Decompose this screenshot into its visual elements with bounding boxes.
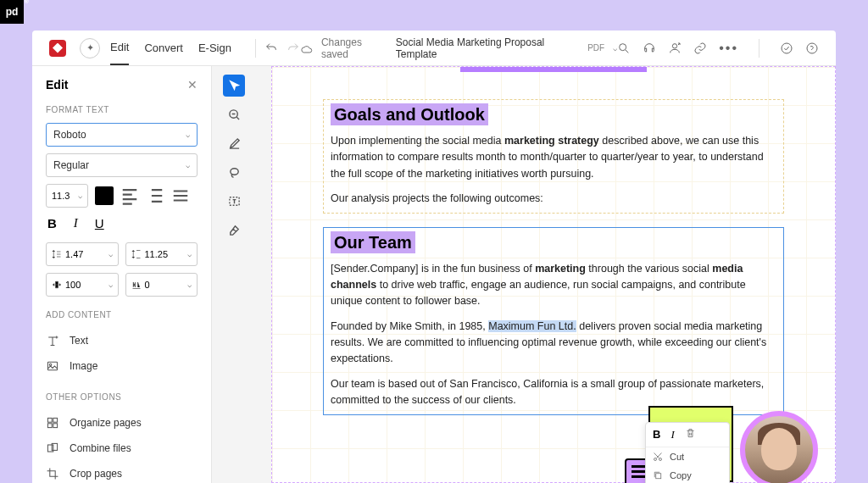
svg-rect-20 <box>656 474 661 479</box>
svg-rect-4 <box>47 362 57 370</box>
svg-point-1 <box>673 43 677 47</box>
edit-panel: Edit ✕ FORMAT TEXT Roboto⌵ Regular⌵ 11.3… <box>32 66 212 483</box>
svg-rect-7 <box>53 418 58 422</box>
context-menu: B I Cut Copy Select all <box>645 422 730 483</box>
font-size-input[interactable]: 11.3⌵ <box>46 184 88 208</box>
bold-button[interactable]: B <box>47 216 57 230</box>
svg-rect-9 <box>53 424 58 428</box>
app-window: ✦ Edit Convert E-Sign Changes saved Soci… <box>32 31 836 483</box>
help-icon[interactable] <box>805 42 819 55</box>
undo-icon[interactable] <box>264 42 278 55</box>
paragraph[interactable]: Our analysis projects the following outc… <box>331 191 776 207</box>
heading-goals[interactable]: Goals and Outlook <box>331 103 488 125</box>
headphones-icon[interactable] <box>643 42 656 55</box>
share-user-icon[interactable] <box>668 42 682 55</box>
paragraph-spacing-input[interactable]: 11.25⌵ <box>125 242 198 266</box>
page-header-strip <box>460 67 647 72</box>
document-title[interactable]: Social Media Marketing Proposal Template <box>396 36 576 60</box>
eraser-tool[interactable] <box>223 219 245 241</box>
ctx-copy[interactable]: Copy <box>646 466 729 483</box>
color-swatch[interactable] <box>95 186 114 205</box>
font-family-select[interactable]: Roboto⌵ <box>46 123 198 147</box>
tab-esign[interactable]: E-Sign <box>198 31 231 64</box>
selected-text: Maximum Fun Ltd. <box>488 320 576 332</box>
add-image-button[interactable]: Image <box>46 353 198 379</box>
redo-icon[interactable] <box>287 42 300 55</box>
check-circle-icon[interactable] <box>780 42 793 55</box>
tab-edit[interactable]: Edit <box>110 31 129 65</box>
ai-assist-button[interactable]: ✦ <box>80 38 100 58</box>
svg-rect-6 <box>47 418 52 422</box>
svg-point-2 <box>782 43 792 53</box>
text-box-tool[interactable] <box>223 190 245 212</box>
combine-files-button[interactable]: Combine files <box>46 436 198 461</box>
more-icon[interactable]: ••• <box>719 41 738 56</box>
tracking-input[interactable]: 0⌵ <box>125 273 198 297</box>
link-icon[interactable] <box>693 42 707 55</box>
canvas-toolbar <box>220 75 248 241</box>
page[interactable]: Goals and Outlook Upon implementing the … <box>271 66 836 483</box>
topbar: ✦ Edit Convert E-Sign Changes saved Soci… <box>32 31 836 66</box>
line-height-input[interactable]: 1.47⌵ <box>46 242 119 266</box>
avatar-image[interactable] <box>740 411 818 483</box>
heading-team[interactable]: Our Team <box>331 231 415 253</box>
ctx-bold-button[interactable]: B <box>653 428 660 441</box>
pen-tool[interactable] <box>223 132 245 154</box>
svg-point-5 <box>49 364 51 365</box>
svg-point-19 <box>659 458 662 461</box>
ctx-italic-button[interactable]: I <box>670 428 674 441</box>
ctx-cut[interactable]: Cut <box>646 447 729 466</box>
paragraph[interactable]: [Sender.Company] is in the fun business … <box>331 261 776 310</box>
font-weight-select[interactable]: Regular⌵ <box>46 153 198 177</box>
svg-rect-8 <box>47 424 52 428</box>
crop-pages-button[interactable]: Crop pages <box>46 461 198 483</box>
search-icon[interactable] <box>617 42 631 55</box>
section-other-options: OTHER OPTIONS <box>46 392 198 402</box>
horizontal-scale-input[interactable]: 100⌵ <box>46 273 119 297</box>
close-panel-button[interactable]: ✕ <box>187 78 198 92</box>
lasso-tool[interactable] <box>223 161 245 183</box>
underline-button[interactable]: U <box>95 216 104 230</box>
brand-badge: pd® <box>0 0 24 24</box>
list-icon[interactable] <box>146 186 164 205</box>
zoom-tool[interactable] <box>223 103 245 125</box>
format-tag: PDF <box>587 43 604 53</box>
align-left-icon[interactable] <box>120 186 139 205</box>
text-block-team[interactable]: Our Team [Sender.Company] is in the fun … <box>323 227 784 415</box>
tab-convert[interactable]: Convert <box>144 31 183 64</box>
more-format-icon[interactable] <box>171 186 190 205</box>
select-tool[interactable] <box>223 75 245 97</box>
italic-button[interactable]: I <box>74 216 78 230</box>
add-text-button[interactable]: Text <box>46 328 198 353</box>
organize-pages-button[interactable]: Organize pages <box>46 410 198 436</box>
svg-point-0 <box>620 43 626 50</box>
section-add-content: ADD CONTENT <box>46 310 198 319</box>
panel-title: Edit <box>46 78 68 92</box>
ctx-delete-button[interactable] <box>685 428 696 441</box>
paragraph[interactable]: Upon implementing the social media marke… <box>331 133 776 182</box>
cloud-icon <box>300 42 313 55</box>
paragraph[interactable]: Founded by Mike Smith, in 1985, Maximum … <box>331 319 776 368</box>
save-status: Changes saved <box>321 36 387 60</box>
document-canvas[interactable]: Goals and Outlook Upon implementing the … <box>212 66 836 483</box>
paragraph[interactable]: Our team is based out of San Francisco, … <box>331 376 776 409</box>
section-format-text: FORMAT TEXT <box>46 105 198 114</box>
app-logo-icon <box>49 40 66 57</box>
svg-point-18 <box>654 458 657 461</box>
text-block-goals[interactable]: Goals and Outlook Upon implementing the … <box>323 99 784 214</box>
svg-point-3 <box>807 43 817 53</box>
